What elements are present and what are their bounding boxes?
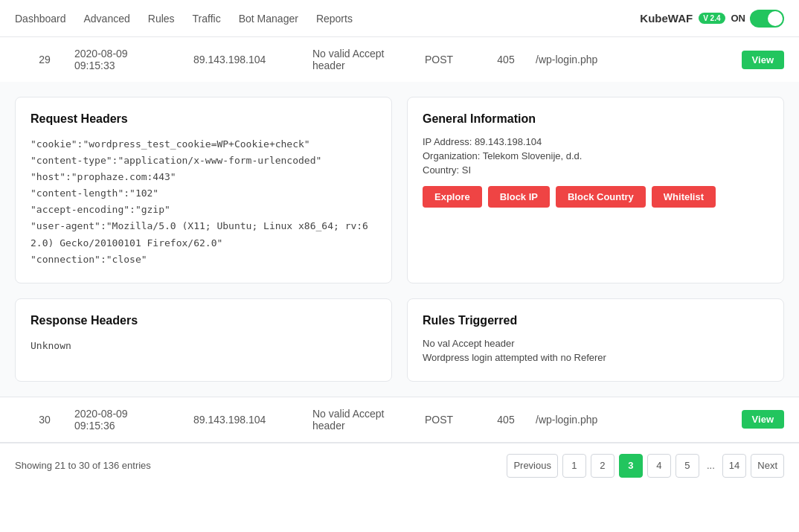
brand-area: KubeWAF V 2.4 ON (640, 10, 784, 28)
pagination-page-3[interactable]: 3 (619, 454, 643, 478)
pagination-bar: Showing 21 to 30 of 136 entries Previous… (0, 443, 799, 488)
response-headers-card: Response Headers Unknown (15, 298, 392, 382)
row-number: 29 (15, 54, 74, 65)
row-path: /wp-login.php (536, 414, 655, 426)
row-action: View (742, 51, 784, 69)
country-value: SI (462, 164, 471, 176)
version-badge: V 2.4 (699, 13, 725, 24)
nav-traffic[interactable]: Traffic (193, 13, 221, 25)
pagination-page-last[interactable]: 14 (722, 454, 746, 478)
pagination-controls: Previous 1 2 3 4 5 ... 14 Next (507, 454, 784, 478)
nav-rules[interactable]: Rules (148, 13, 175, 25)
nav-reports[interactable]: Reports (316, 13, 353, 25)
rules-triggered-title: Rules Triggerred (423, 314, 768, 327)
nav-dashboard[interactable]: Dashboard (15, 13, 66, 25)
brand-name: KubeWAF (640, 12, 693, 25)
general-info-card: General Information IP Address: 89.143.1… (407, 97, 784, 283)
rules-triggered-card: Rules Triggerred No val Accept header Wo… (407, 298, 784, 382)
row-message: No valid Accept header (312, 408, 402, 432)
view-button-2[interactable]: View (742, 410, 784, 429)
rule-line-1: No val Accept header (423, 338, 768, 349)
power-toggle[interactable] (750, 10, 784, 28)
nav-bot-manager[interactable]: Bot Manager (239, 13, 298, 25)
pagination-next[interactable]: Next (751, 454, 784, 478)
ip-label: IP Address: (423, 136, 472, 147)
block-country-button[interactable]: Block Country (556, 186, 646, 208)
pagination-page-4[interactable]: 4 (647, 454, 671, 478)
org-value: Telekom Slovenije, d.d. (483, 150, 583, 161)
pagination-prev[interactable]: Previous (507, 454, 558, 478)
block-ip-button[interactable]: Block IP (488, 186, 550, 208)
row-status: 405 (476, 54, 536, 65)
row-method: POST (402, 414, 476, 426)
org-label: Organization: (423, 150, 480, 161)
navbar: Dashboard Advanced Rules Traffic Bot Man… (0, 0, 799, 37)
country-line: Country: SI (423, 164, 768, 176)
row-method: POST (402, 54, 476, 65)
table-row: 30 2020-08-0909:15:36 89.143.198.104 No … (0, 397, 799, 443)
table-row: 29 2020-08-0909:15:33 89.143.198.104 No … (0, 37, 799, 82)
detail-grid: Request Headers "cookie":"wordpress_test… (15, 97, 784, 382)
whitelist-button[interactable]: Whitelist (652, 186, 716, 208)
pagination-ellipsis: ... (704, 460, 718, 471)
action-buttons: Explore Block IP Block Country Whitelist (423, 186, 768, 208)
request-headers-body: "cookie":"wordpress_test_cookie=WP+Cooki… (31, 136, 376, 268)
row-action: View (742, 410, 784, 429)
org-line: Organization: Telekom Slovenije, d.d. (423, 150, 768, 161)
ip-line: IP Address: 89.143.198.104 (423, 136, 768, 147)
row-ip: 89.143.198.104 (193, 414, 312, 426)
nav-advanced[interactable]: Advanced (84, 13, 130, 25)
response-headers-title: Response Headers (31, 314, 376, 327)
pagination-page-5[interactable]: 5 (676, 454, 699, 478)
view-button[interactable]: View (742, 51, 784, 69)
row-ip: 89.143.198.104 (193, 54, 312, 65)
pagination-page-1[interactable]: 1 (562, 454, 586, 478)
country-label: Country: (423, 164, 459, 176)
toggle-wrap: ON (731, 10, 785, 28)
request-headers-title: Request Headers (31, 112, 376, 126)
ip-value: 89.143.198.104 (475, 136, 542, 147)
pagination-info: Showing 21 to 30 of 136 entries (15, 460, 151, 471)
row-number: 30 (15, 414, 74, 426)
detail-section: Request Headers "cookie":"wordpress_test… (0, 82, 799, 397)
general-info-title: General Information (423, 112, 768, 126)
row-datetime: 2020-08-0909:15:33 (74, 48, 193, 71)
toggle-label: ON (731, 13, 746, 24)
row-status: 405 (476, 414, 536, 426)
row-datetime: 2020-08-0909:15:36 (74, 408, 193, 432)
row-message: No valid Accept header (312, 48, 402, 71)
pagination-page-2[interactable]: 2 (591, 454, 615, 478)
request-headers-card: Request Headers "cookie":"wordpress_test… (15, 97, 392, 283)
response-headers-body: Unknown (31, 338, 376, 354)
explore-button[interactable]: Explore (423, 186, 482, 208)
row-path: /wp-login.php (536, 54, 655, 65)
rule-line-2: Wordpress login attempted with no Refere… (423, 352, 768, 363)
